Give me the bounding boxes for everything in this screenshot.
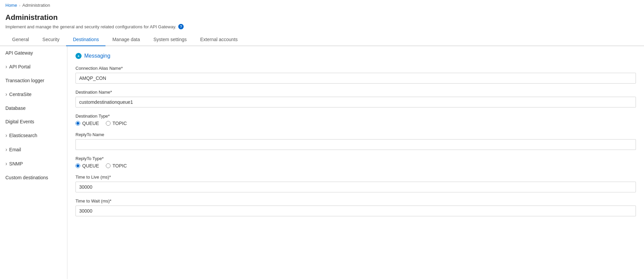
- destination-name-group: Destination Name*: [75, 90, 636, 107]
- sidebar-label-api-gateway: API Gateway: [5, 50, 33, 56]
- sidebar-item-api-gateway[interactable]: API Gateway: [0, 46, 67, 60]
- destination-type-group: Destination Type* QUEUE TOPIC: [75, 114, 636, 126]
- replyto-type-group: ReplyTo Type* QUEUE TOPIC: [75, 156, 636, 168]
- sidebar-label-api-portal: API Portal: [9, 64, 30, 69]
- sidebar-item-custom-destinations[interactable]: Custom destinations: [0, 171, 67, 184]
- time-to-live-input[interactable]: [75, 182, 636, 192]
- destination-type-queue-radio[interactable]: [75, 121, 80, 126]
- connection-alias-group: Connection Alias Name*: [75, 66, 636, 84]
- destination-type-label: Destination Type*: [75, 114, 636, 119]
- destination-name-input[interactable]: [75, 97, 636, 107]
- connection-alias-input[interactable]: [75, 73, 636, 84]
- help-icon[interactable]: ?: [178, 24, 184, 29]
- breadcrumb-current: Administration: [22, 3, 50, 8]
- tab-destinations[interactable]: Destinations: [66, 33, 105, 46]
- replyto-type-queue-option[interactable]: QUEUE: [75, 163, 99, 168]
- destination-type-topic-label: TOPIC: [113, 121, 127, 126]
- replyto-type-topic-label: TOPIC: [113, 163, 127, 168]
- time-to-wait-label: Time to Wait (ms)*: [75, 198, 636, 204]
- messaging-icon: +: [75, 53, 82, 59]
- destination-type-topic-radio[interactable]: [106, 121, 111, 126]
- tab-external-accounts[interactable]: External accounts: [193, 33, 244, 46]
- replyto-type-radio-group: QUEUE TOPIC: [75, 163, 636, 168]
- sidebar-label-custom-destinations: Custom destinations: [5, 175, 48, 180]
- breadcrumb: Home › Administration: [0, 0, 644, 10]
- destination-name-label: Destination Name*: [75, 90, 636, 95]
- sidebar-item-database[interactable]: Database: [0, 101, 67, 115]
- time-to-wait-input[interactable]: [75, 206, 636, 216]
- replyto-type-queue-label: QUEUE: [82, 163, 99, 168]
- sidebar-item-snmp[interactable]: SNMP: [0, 157, 67, 171]
- page-title: Administration: [5, 13, 639, 22]
- replyto-name-group: ReplyTo Name: [75, 132, 636, 150]
- time-to-live-group: Time to Live (ms)*: [75, 175, 636, 192]
- tab-system-settings[interactable]: System settings: [147, 33, 193, 46]
- sidebar-item-transaction-logger[interactable]: Transaction logger: [0, 74, 67, 87]
- connection-alias-label: Connection Alias Name*: [75, 66, 636, 71]
- content-area: API Gateway API Portal Transaction logge…: [0, 46, 644, 279]
- sidebar-item-email[interactable]: Email: [0, 143, 67, 157]
- destination-type-topic-option[interactable]: TOPIC: [106, 121, 127, 126]
- section-header: + Messaging: [75, 53, 636, 59]
- sidebar-label-database: Database: [5, 105, 26, 111]
- page-subtitle: Implement and manage the general and sec…: [5, 24, 639, 29]
- time-to-wait-group: Time to Wait (ms)*: [75, 198, 636, 216]
- sidebar-label-snmp: SNMP: [9, 161, 23, 166]
- time-to-live-label: Time to Live (ms)*: [75, 175, 636, 180]
- tab-security[interactable]: Security: [36, 33, 66, 46]
- section-title: Messaging: [84, 53, 110, 59]
- sidebar: API Gateway API Portal Transaction logge…: [0, 46, 67, 279]
- replyto-type-topic-radio[interactable]: [106, 163, 111, 168]
- breadcrumb-separator: ›: [19, 3, 21, 7]
- replyto-type-queue-radio[interactable]: [75, 163, 80, 168]
- tab-bar: General Security Destinations Manage dat…: [0, 33, 644, 46]
- main-panel: + Messaging Connection Alias Name* Desti…: [67, 46, 644, 279]
- destination-type-queue-option[interactable]: QUEUE: [75, 121, 99, 126]
- replyto-type-label: ReplyTo Type*: [75, 156, 636, 161]
- sidebar-item-centrasite[interactable]: CentraSite: [0, 87, 67, 101]
- subtitle-text: Implement and manage the general and sec…: [5, 24, 176, 29]
- replyto-type-topic-option[interactable]: TOPIC: [106, 163, 127, 168]
- sidebar-item-elasticsearch[interactable]: Elasticsearch: [0, 128, 67, 143]
- sidebar-item-digital-events[interactable]: Digital Events: [0, 115, 67, 128]
- sidebar-label-digital-events: Digital Events: [5, 119, 34, 124]
- tab-manage-data[interactable]: Manage data: [105, 33, 147, 46]
- sidebar-label-email: Email: [9, 147, 21, 152]
- destination-type-queue-label: QUEUE: [82, 121, 99, 126]
- destination-type-radio-group: QUEUE TOPIC: [75, 121, 636, 126]
- sidebar-label-transaction-logger: Transaction logger: [5, 78, 44, 83]
- sidebar-label-centrasite: CentraSite: [9, 92, 31, 97]
- breadcrumb-home[interactable]: Home: [5, 3, 17, 8]
- replyto-name-label: ReplyTo Name: [75, 132, 636, 137]
- tab-general[interactable]: General: [5, 33, 36, 46]
- page-header: Administration Implement and manage the …: [0, 10, 644, 33]
- sidebar-label-elasticsearch: Elasticsearch: [9, 133, 37, 138]
- sidebar-item-api-portal[interactable]: API Portal: [0, 60, 67, 74]
- replyto-name-input[interactable]: [75, 139, 636, 150]
